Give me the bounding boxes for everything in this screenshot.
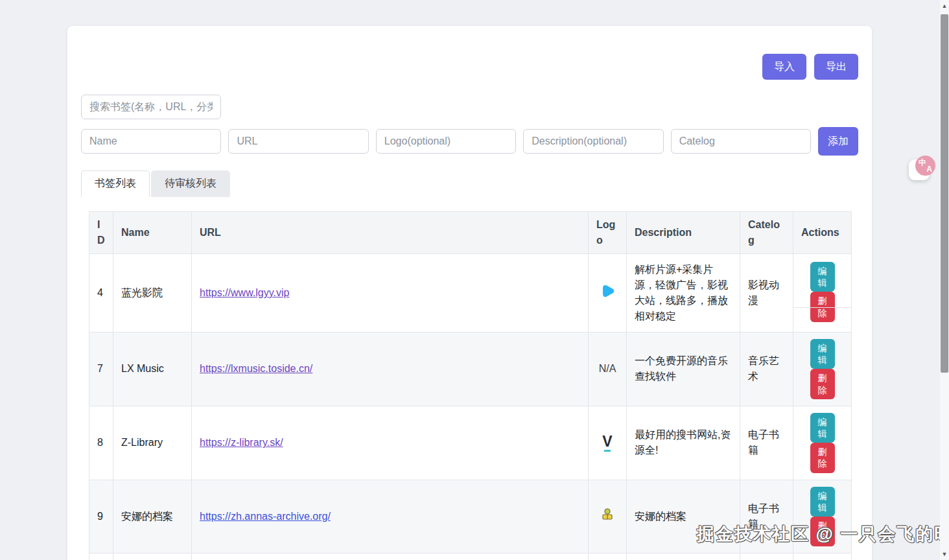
bookmark-url-link[interactable]: https://www.lgyy.vip — [200, 287, 289, 298]
header-id: ID — [89, 212, 113, 254]
add-button[interactable]: 添加 — [818, 127, 858, 156]
bookmark-table-container: ID Name URL Logo Description Catelog Act… — [89, 211, 851, 560]
import-button[interactable]: 导入 — [762, 54, 806, 80]
divider — [793, 307, 851, 308]
edit-button[interactable]: 编辑 — [810, 487, 835, 517]
cell-catelog: 音乐艺术 — [740, 332, 793, 406]
annas-archive-icon — [600, 506, 615, 522]
header-logo: Logo — [589, 212, 627, 254]
translate-zh-glyph: 中 — [919, 158, 926, 169]
cell-name: LX Music — [113, 332, 192, 406]
cell-id: 4 — [89, 254, 113, 332]
edit-button[interactable]: 编辑 — [810, 262, 835, 292]
delete-button[interactable]: 删除 — [810, 443, 835, 472]
import-export-toolbar: 导入 导出 — [81, 26, 858, 80]
watermark-text: 掘金技术社区 @ 一只会飞的旺旺 — [697, 522, 949, 546]
table-row: 4 蓝光影院 https://www.lgyy.vip 解析片源+采集片源，轻微… — [89, 254, 852, 332]
cell-description: IDEA中的热部署插件 — [627, 554, 740, 560]
cell-name: 安娜的档案 — [113, 480, 192, 554]
delete-button[interactable]: 删除 — [810, 369, 835, 399]
edit-button[interactable]: 编辑 — [810, 413, 835, 443]
scrollbar-thumb[interactable] — [941, 14, 948, 373]
catelog-field[interactable] — [671, 129, 811, 154]
export-button[interactable]: 导出 — [814, 54, 858, 80]
header-catelog: Catelog — [740, 212, 793, 254]
cell-name: Z-Library — [113, 406, 192, 480]
cell-catelog: 影视动漫 — [740, 254, 793, 332]
name-field[interactable] — [81, 129, 221, 154]
cell-id: 8 — [89, 406, 113, 480]
bookmark-url-link[interactable]: https://lxmusic.toside.cn/ — [200, 363, 312, 374]
cell-id: 9 — [89, 480, 113, 554]
scrollbar-down-arrow[interactable]: ▼ — [940, 551, 949, 557]
tab-bar: 书签列表 待审核列表 — [81, 170, 858, 197]
cell-id: 11 — [89, 554, 113, 560]
cell-name: JRebel激活工具 — [113, 554, 192, 560]
cell-name: 蓝光影院 — [113, 254, 192, 332]
cell-catelog: 电子书籍 — [740, 406, 793, 480]
bookmark-url-link[interactable]: https://z-library.sk/ — [200, 437, 283, 448]
play-icon — [599, 283, 616, 299]
bookmark-url-link[interactable]: https://zh.annas-archive.org/ — [200, 511, 331, 522]
z-library-icon: V — [602, 434, 612, 452]
cell-catelog: 实用工具 — [740, 554, 793, 560]
logo-field[interactable] — [376, 129, 516, 154]
scrollbar-up-arrow[interactable]: ▲ — [940, 3, 949, 9]
add-bookmark-form: 添加 — [81, 127, 858, 156]
search-row — [81, 95, 858, 119]
url-field[interactable] — [228, 129, 368, 154]
logo-na-text: N/A — [599, 363, 616, 374]
bookmark-manager-card: 导入 导出 添加 书签列表 待审核列表 ID Name URL L — [67, 26, 872, 560]
table-header-row: ID Name URL Logo Description Catelog Act… — [89, 212, 852, 254]
header-actions: Actions — [793, 212, 852, 254]
bookmark-table: ID Name URL Logo Description Catelog Act… — [89, 211, 852, 560]
translate-a-glyph: A — [926, 165, 932, 174]
header-description: Description — [627, 212, 740, 254]
edit-button[interactable]: 编辑 — [810, 339, 835, 369]
table-row: 7 LX Music https://lxmusic.toside.cn/ N/… — [89, 332, 852, 406]
header-url: URL — [192, 212, 589, 254]
description-field[interactable] — [523, 129, 663, 154]
scrollbar-track: ▲ ▼ — [940, 0, 949, 560]
cell-description: 解析片源+采集片源，轻微广告，影视大站，线路多，播放相对稳定 — [627, 254, 740, 332]
cell-id: 7 — [89, 332, 113, 406]
tab-bookmark-list[interactable]: 书签列表 — [81, 170, 150, 197]
search-input[interactable] — [81, 95, 221, 119]
cell-description: 一个免费开源的音乐查找软件 — [627, 332, 740, 406]
cell-description: 最好用的搜书网站,资源全! — [627, 406, 740, 480]
header-name: Name — [113, 212, 192, 254]
table-row: 11 JRebel激活工具 https://github.com/ilanyu/… — [89, 554, 852, 560]
table-row: 8 Z-Library https://z-library.sk/ V 最好用的… — [89, 406, 852, 480]
translate-button[interactable]: 中 A — [915, 156, 935, 176]
tab-pending-review-list[interactable]: 待审核列表 — [151, 170, 230, 197]
